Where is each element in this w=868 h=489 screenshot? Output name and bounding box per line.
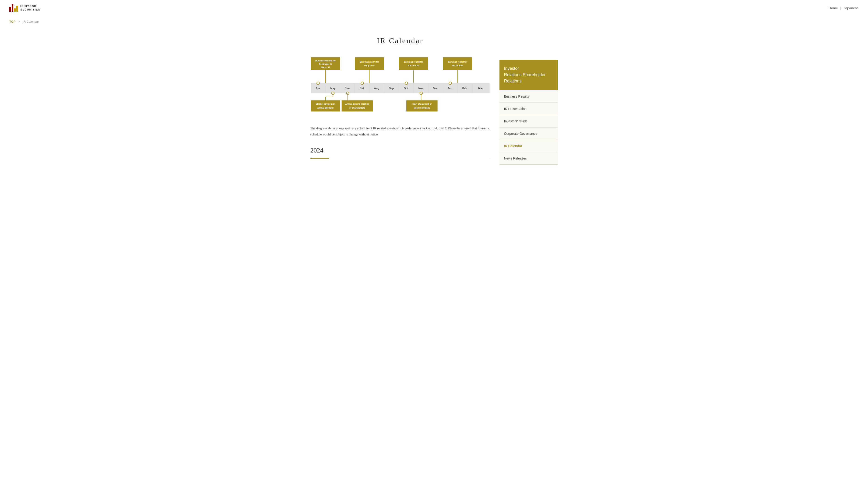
description-text: The diagram above shows ordinary schedul… <box>310 125 490 137</box>
svg-rect-61 <box>406 100 438 112</box>
svg-text:Start of payment of: Start of payment of <box>412 103 432 105</box>
svg-text:Mar.: Mar. <box>478 87 484 90</box>
calendar-diagram: Business results for fiscal year to Marc… <box>310 57 490 118</box>
svg-text:1st quarter: 1st quarter <box>364 64 375 67</box>
svg-text:Business results for: Business results for <box>315 60 336 62</box>
svg-text:2nd quarter: 2nd quarter <box>407 64 419 67</box>
sidebar-item-corporate-governance[interactable]: Corporate Governance <box>499 127 558 140</box>
svg-point-46 <box>449 82 452 85</box>
svg-text:March 31: March 31 <box>321 66 330 68</box>
svg-text:Oct.: Oct. <box>404 87 409 90</box>
svg-text:Dec.: Dec. <box>433 87 438 90</box>
svg-text:annual dividend: annual dividend <box>317 107 334 109</box>
logo-line1: ICHIYOSHI <box>20 4 40 8</box>
main-layout: IR Calendar Business results for fiscal … <box>306 27 562 165</box>
svg-point-45 <box>405 82 407 85</box>
logo-bar-2 <box>12 4 13 12</box>
svg-text:Sep.: Sep. <box>389 87 395 90</box>
sidebar-item-ir-presentation[interactable]: IR Presentation <box>499 103 558 115</box>
sidebar-item-investors-guide[interactable]: Investors' Guide <box>499 115 558 127</box>
svg-text:Apr.: Apr. <box>315 87 320 90</box>
divider-accent <box>310 158 329 159</box>
sidebar-item-label: IR Presentation <box>504 107 527 111</box>
content-area: IR Calendar Business results for fiscal … <box>310 27 490 165</box>
svg-rect-7 <box>399 57 428 70</box>
nav-divider: | <box>840 6 841 10</box>
svg-text:3rd quarter: 3rd quarter <box>452 64 463 67</box>
sidebar-item-business-results[interactable]: Business Results <box>499 90 558 103</box>
logo-text: ICHIYOSHI SECURITIES <box>20 4 40 12</box>
svg-text:Annual general meeting: Annual general meeting <box>345 103 369 105</box>
sidebar-item-label: Investors' Guide <box>504 119 528 123</box>
breadcrumb-sep: > <box>18 20 20 23</box>
svg-rect-10 <box>443 57 472 70</box>
svg-point-43 <box>317 82 319 85</box>
svg-text:Aug.: Aug. <box>374 87 380 90</box>
sidebar-item-label: IR Calendar <box>504 144 522 148</box>
sidebar-header: Investor Relations,Shareholder Relations <box>499 60 558 90</box>
svg-text:interim dividend: interim dividend <box>413 107 430 109</box>
svg-text:Earnings report for: Earnings report for <box>404 61 423 63</box>
calendar-svg: Business results for fiscal year to Marc… <box>310 57 490 117</box>
svg-text:Earnings report for: Earnings report for <box>448 61 467 63</box>
year-heading: 2024 <box>310 147 490 154</box>
breadcrumb: TOP > IR Calendar <box>0 16 868 27</box>
nav-links: Home | Japanese <box>829 6 859 10</box>
logo-icon <box>9 4 18 12</box>
svg-text:Earnings report for: Earnings report for <box>360 61 379 63</box>
svg-text:Nov.: Nov. <box>418 87 424 90</box>
svg-text:fiscal year to: fiscal year to <box>319 63 332 65</box>
svg-text:Jul.: Jul. <box>360 87 365 90</box>
sidebar: Investor Relations,Shareholder Relations… <box>499 60 558 165</box>
svg-rect-55 <box>311 100 340 112</box>
sidebar-item-news-releases[interactable]: News Releases <box>499 152 558 165</box>
sidebar-item-label: News Releases <box>504 156 527 160</box>
logo-bar-3 <box>14 8 16 12</box>
nav-home[interactable]: Home <box>829 6 838 10</box>
svg-text:Jan.: Jan. <box>447 87 453 90</box>
svg-text:of shareholders: of shareholders <box>349 107 365 109</box>
sidebar-item-label: Business Results <box>504 94 529 98</box>
svg-text:Start of payment of: Start of payment of <box>316 103 335 105</box>
sidebar-item-label: Corporate Governance <box>504 132 537 136</box>
header: ICHIYOSHI SECURITIES Home | Japanese <box>0 0 868 16</box>
breadcrumb-current: IR Calendar <box>23 20 39 23</box>
svg-rect-58 <box>341 100 373 112</box>
svg-point-44 <box>361 82 363 85</box>
divider-line <box>310 157 490 157</box>
logo-line2: SECURITIES <box>20 8 40 11</box>
nav-japanese[interactable]: Japanese <box>843 6 859 10</box>
breadcrumb-top[interactable]: TOP <box>9 20 16 23</box>
sidebar-item-ir-calendar[interactable]: IR Calendar <box>499 140 558 152</box>
svg-text:Jun.: Jun. <box>345 87 350 90</box>
logo-bar-4 <box>16 6 18 12</box>
svg-text:Feb.: Feb. <box>462 87 467 90</box>
page-title: IR Calendar <box>310 36 490 45</box>
logo-bar-1 <box>9 7 11 12</box>
svg-text:May: May <box>330 87 336 90</box>
logo-area: ICHIYOSHI SECURITIES <box>9 4 40 12</box>
svg-rect-4 <box>355 57 384 70</box>
